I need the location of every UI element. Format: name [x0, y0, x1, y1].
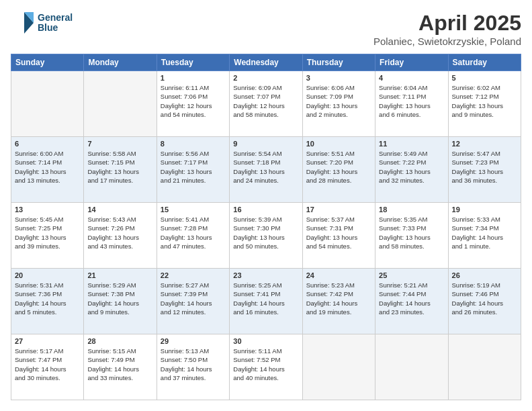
day-info: Sunrise: 5:45 AM Sunset: 7:25 PM Dayligh…: [15, 215, 80, 250]
calendar-cell: [84, 71, 157, 137]
day-number: 14: [87, 205, 152, 214]
calendar-cell: 1Sunrise: 6:11 AM Sunset: 7:06 PM Daylig…: [157, 71, 229, 137]
day-info: Sunrise: 5:35 AM Sunset: 7:33 PM Dayligh…: [379, 215, 444, 250]
calendar-cell: 5Sunrise: 6:02 AM Sunset: 7:12 PM Daylig…: [448, 71, 521, 137]
calendar-cell: 8Sunrise: 5:56 AM Sunset: 7:17 PM Daylig…: [157, 137, 229, 203]
calendar-cell: 9Sunrise: 5:54 AM Sunset: 7:18 PM Daylig…: [230, 137, 302, 203]
day-info: Sunrise: 5:31 AM Sunset: 7:36 PM Dayligh…: [15, 281, 80, 316]
calendar-cell: 25Sunrise: 5:21 AM Sunset: 7:44 PM Dayli…: [375, 269, 448, 334]
day-info: Sunrise: 5:33 AM Sunset: 7:34 PM Dayligh…: [452, 215, 517, 250]
day-number: 13: [15, 205, 80, 214]
calendar-cell: 28Sunrise: 5:15 AM Sunset: 7:49 PM Dayli…: [84, 334, 157, 400]
day-number: 3: [306, 74, 371, 82]
calendar-cell: 30Sunrise: 5:11 AM Sunset: 7:52 PM Dayli…: [230, 334, 302, 400]
day-info: Sunrise: 5:17 AM Sunset: 7:47 PM Dayligh…: [15, 347, 80, 382]
day-number: 5: [452, 74, 517, 82]
day-number: 12: [452, 140, 517, 148]
calendar-cell: 29Sunrise: 5:13 AM Sunset: 7:50 PM Dayli…: [157, 334, 229, 400]
calendar-cell: [302, 334, 375, 400]
calendar-cell: 15Sunrise: 5:41 AM Sunset: 7:28 PM Dayli…: [157, 203, 229, 269]
day-number: 30: [233, 337, 298, 345]
calendar-cell: 13Sunrise: 5:45 AM Sunset: 7:25 PM Dayli…: [11, 203, 84, 269]
day-info: Sunrise: 5:49 AM Sunset: 7:22 PM Dayligh…: [379, 149, 444, 185]
day-number: 17: [306, 205, 371, 214]
calendar-cell: 20Sunrise: 5:31 AM Sunset: 7:36 PM Dayli…: [11, 269, 84, 334]
header-monday: Monday: [84, 54, 157, 71]
day-number: 25: [379, 271, 444, 279]
header-saturday: Saturday: [448, 54, 521, 71]
day-info: Sunrise: 5:47 AM Sunset: 7:23 PM Dayligh…: [452, 149, 517, 185]
header-friday: Friday: [375, 54, 448, 71]
day-info: Sunrise: 6:11 AM Sunset: 7:06 PM Dayligh…: [161, 83, 226, 119]
day-number: 1: [161, 74, 226, 82]
calendar-cell: 27Sunrise: 5:17 AM Sunset: 7:47 PM Dayli…: [11, 334, 84, 400]
calendar-cell: 10Sunrise: 5:51 AM Sunset: 7:20 PM Dayli…: [302, 137, 375, 203]
calendar-cell: 21Sunrise: 5:29 AM Sunset: 7:38 PM Dayli…: [84, 269, 157, 334]
day-number: 20: [15, 271, 80, 279]
title-block: April 2025 Polaniec, Swietokrzyskie, Pol…: [373, 11, 521, 47]
day-number: 18: [379, 205, 444, 214]
calendar-cell: 2Sunrise: 6:09 AM Sunset: 7:07 PM Daylig…: [230, 71, 302, 137]
logo-text-line2: Blue: [38, 23, 73, 33]
logo-container: General Blue: [11, 11, 73, 35]
day-number: 8: [161, 140, 226, 148]
calendar-cell: 22Sunrise: 5:27 AM Sunset: 7:39 PM Dayli…: [157, 269, 229, 334]
calendar-cell: 7Sunrise: 5:58 AM Sunset: 7:15 PM Daylig…: [84, 137, 157, 203]
calendar-cell: 24Sunrise: 5:23 AM Sunset: 7:42 PM Dayli…: [302, 269, 375, 334]
calendar-cell: 18Sunrise: 5:35 AM Sunset: 7:33 PM Dayli…: [375, 203, 448, 269]
day-number: 11: [379, 140, 444, 148]
day-info: Sunrise: 5:51 AM Sunset: 7:20 PM Dayligh…: [306, 149, 371, 185]
logo: General Blue: [11, 11, 73, 35]
day-info: Sunrise: 5:27 AM Sunset: 7:39 PM Dayligh…: [161, 281, 226, 316]
calendar-cell: 23Sunrise: 5:25 AM Sunset: 7:41 PM Dayli…: [230, 269, 302, 334]
calendar-cell: 6Sunrise: 6:00 AM Sunset: 7:14 PM Daylig…: [11, 137, 84, 203]
day-info: Sunrise: 6:02 AM Sunset: 7:12 PM Dayligh…: [452, 83, 517, 119]
week-row-1: 1Sunrise: 6:11 AM Sunset: 7:06 PM Daylig…: [11, 71, 521, 137]
calendar-header-row: SundayMondayTuesdayWednesdayThursdayFrid…: [11, 54, 521, 71]
day-info: Sunrise: 6:00 AM Sunset: 7:14 PM Dayligh…: [15, 149, 80, 185]
day-info: Sunrise: 5:43 AM Sunset: 7:26 PM Dayligh…: [87, 215, 152, 250]
day-number: 9: [233, 140, 298, 148]
day-number: 29: [161, 337, 226, 345]
day-number: 28: [87, 337, 152, 345]
day-info: Sunrise: 5:54 AM Sunset: 7:18 PM Dayligh…: [233, 149, 298, 185]
logo-bird-icon: [11, 11, 35, 35]
location-title: Polaniec, Swietokrzyskie, Poland: [373, 36, 521, 47]
header-thursday: Thursday: [302, 54, 375, 71]
calendar-cell: 17Sunrise: 5:37 AM Sunset: 7:31 PM Dayli…: [302, 203, 375, 269]
logo-text-line1: General: [38, 13, 73, 23]
day-info: Sunrise: 5:21 AM Sunset: 7:44 PM Dayligh…: [379, 281, 444, 316]
week-row-4: 20Sunrise: 5:31 AM Sunset: 7:36 PM Dayli…: [11, 269, 521, 334]
day-info: Sunrise: 5:25 AM Sunset: 7:41 PM Dayligh…: [233, 281, 298, 316]
day-number: 24: [306, 271, 371, 279]
day-info: Sunrise: 5:13 AM Sunset: 7:50 PM Dayligh…: [161, 347, 226, 382]
day-number: 15: [161, 205, 226, 214]
day-info: Sunrise: 5:11 AM Sunset: 7:52 PM Dayligh…: [233, 347, 298, 382]
week-row-3: 13Sunrise: 5:45 AM Sunset: 7:25 PM Dayli…: [11, 203, 521, 269]
calendar-cell: [375, 334, 448, 400]
day-number: 7: [87, 140, 152, 148]
header: General Blue April 2025 Polaniec, Swieto…: [11, 11, 521, 47]
calendar-cell: 4Sunrise: 6:04 AM Sunset: 7:11 PM Daylig…: [375, 71, 448, 137]
day-number: 2: [233, 74, 298, 82]
header-tuesday: Tuesday: [157, 54, 229, 71]
day-info: Sunrise: 5:19 AM Sunset: 7:46 PM Dayligh…: [452, 281, 517, 316]
page: General Blue April 2025 Polaniec, Swieto…: [0, 0, 532, 411]
calendar-cell: 12Sunrise: 5:47 AM Sunset: 7:23 PM Dayli…: [448, 137, 521, 203]
day-info: Sunrise: 5:39 AM Sunset: 7:30 PM Dayligh…: [233, 215, 298, 250]
day-number: 10: [306, 140, 371, 148]
calendar-cell: 14Sunrise: 5:43 AM Sunset: 7:26 PM Dayli…: [84, 203, 157, 269]
day-info: Sunrise: 5:29 AM Sunset: 7:38 PM Dayligh…: [87, 281, 152, 316]
day-info: Sunrise: 6:06 AM Sunset: 7:09 PM Dayligh…: [306, 83, 371, 119]
header-sunday: Sunday: [11, 54, 84, 71]
header-wednesday: Wednesday: [230, 54, 302, 71]
week-row-5: 27Sunrise: 5:17 AM Sunset: 7:47 PM Dayli…: [11, 334, 521, 400]
calendar-cell: [448, 334, 521, 400]
day-number: 16: [233, 205, 298, 214]
day-info: Sunrise: 5:41 AM Sunset: 7:28 PM Dayligh…: [161, 215, 226, 250]
day-number: 19: [452, 205, 517, 214]
day-number: 22: [161, 271, 226, 279]
day-number: 6: [15, 140, 80, 148]
day-info: Sunrise: 5:56 AM Sunset: 7:17 PM Dayligh…: [161, 149, 226, 185]
calendar-cell: 11Sunrise: 5:49 AM Sunset: 7:22 PM Dayli…: [375, 137, 448, 203]
